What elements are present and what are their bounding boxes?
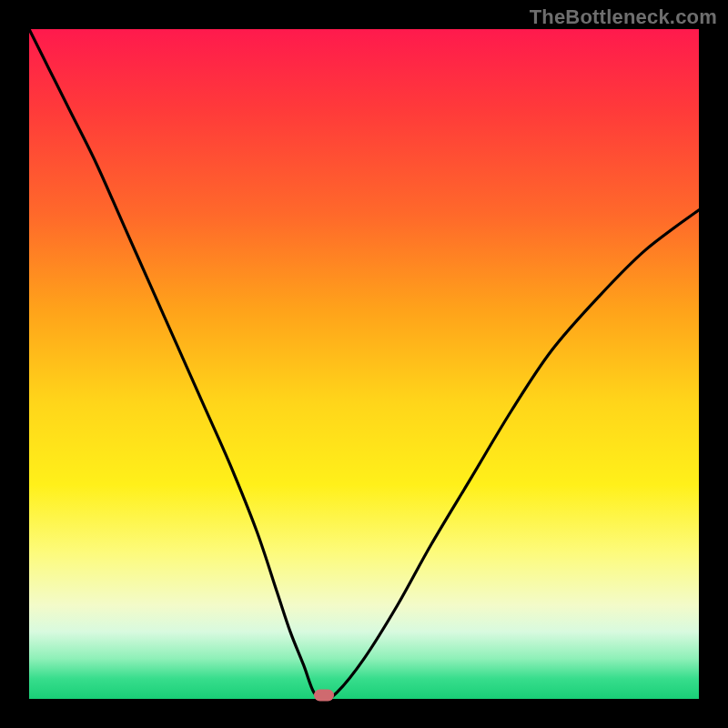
bottleneck-curve (29, 29, 699, 699)
watermark-text: TheBottleneck.com (530, 5, 717, 29)
optimal-point-marker (314, 690, 334, 702)
chart-frame: TheBottleneck.com (0, 0, 728, 728)
plot-area (29, 29, 699, 699)
